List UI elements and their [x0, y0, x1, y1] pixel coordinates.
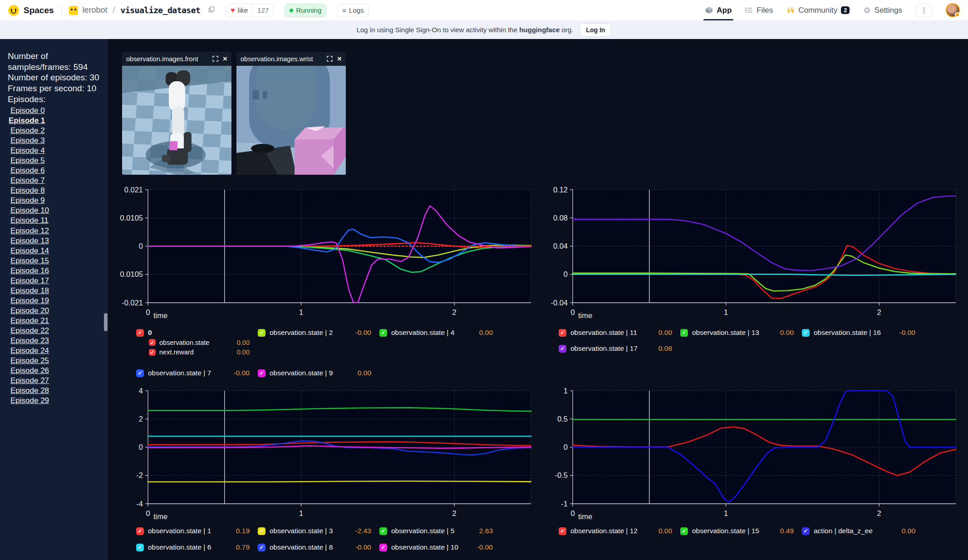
episode-link[interactable]: Episode 3 [10, 136, 45, 145]
episode-link[interactable]: Episode 18 [10, 286, 49, 295]
login-button[interactable]: Log In [580, 23, 611, 37]
more-options-button[interactable]: ⋮ [916, 4, 932, 17]
spaces-brand[interactable]: Spaces [24, 5, 54, 15]
legend-checkbox[interactable]: ✓ [680, 329, 688, 337]
legend-checkbox[interactable]: ✓ [136, 329, 144, 337]
episode-link[interactable]: Episode 29 [10, 396, 49, 405]
episode-link[interactable]: Episode 22 [10, 326, 49, 335]
episode-link[interactable]: Episode 17 [10, 276, 49, 285]
episode-link[interactable]: Episode 1 [9, 116, 45, 125]
like-label: like [238, 6, 248, 14]
episode-list-item: Episode 1 [8, 116, 102, 126]
user-avatar[interactable] [946, 3, 960, 17]
episode-link[interactable]: Episode 27 [10, 376, 49, 385]
close-icon[interactable]: × [337, 55, 342, 63]
legend-checkbox[interactable]: ✓ [258, 329, 265, 337]
chart-bottom-right: 10.50-0.5-1012time [533, 384, 961, 526]
header-divider [61, 5, 62, 16]
episode-link[interactable]: Episode 25 [10, 356, 49, 365]
close-icon[interactable]: × [223, 55, 227, 63]
stat-samples: Number of samples/frames: 594 [8, 51, 102, 72]
episode-link[interactable]: Episode 4 [10, 146, 45, 155]
episode-link[interactable]: Episode 11 [10, 216, 49, 225]
legend-checkbox[interactable]: ✓ [136, 369, 144, 377]
legend-checkbox[interactable]: ✓ [136, 527, 144, 535]
legend-checkbox[interactable]: ✓ [258, 544, 265, 551]
legend-checkbox[interactable]: ✓ [379, 544, 387, 551]
svg-text:0: 0 [564, 443, 568, 451]
page: Spaces lerobot / visualize_dataset ♥like… [0, 0, 968, 560]
episode-link[interactable]: Episode 23 [10, 336, 49, 345]
chart-canvas: 10.50-0.5-1012time [533, 384, 961, 524]
tab-settings[interactable]: ⚙ Settings [863, 0, 902, 20]
legend-item: ✓observation.state | 52.63 [379, 526, 493, 536]
legend-label: observation.state | 9 [270, 369, 333, 377]
episode-link[interactable]: Episode 20 [10, 306, 49, 315]
cube-icon [705, 6, 713, 14]
legend-checkbox[interactable]: ✓ [802, 329, 810, 337]
episode-link[interactable]: Episode 7 [10, 176, 45, 185]
tab-app[interactable]: App [705, 0, 732, 20]
legend-cell: ✓observation.state | 150.49 [680, 526, 802, 536]
fullscreen-icon[interactable] [327, 56, 333, 62]
legend-value: -0.00 [352, 329, 371, 337]
episode-link[interactable]: Episode 28 [10, 386, 49, 395]
legend-value: 0.19 [232, 527, 250, 535]
sidebar-scrollbar-thumb[interactable] [104, 313, 108, 331]
episode-list-item: Episode 9 [8, 196, 102, 206]
episode-link[interactable]: Episode 12 [10, 226, 49, 235]
episode-link[interactable]: Episode 26 [10, 366, 49, 375]
svg-text:1: 1 [299, 308, 303, 316]
episode-link[interactable]: Episode 5 [10, 156, 45, 165]
logs-button[interactable]: ≡Logs [337, 4, 369, 17]
episode-link[interactable]: Episode 21 [10, 316, 49, 325]
episode-link[interactable]: Episode 14 [10, 246, 49, 255]
fullscreen-icon[interactable] [212, 56, 218, 62]
episode-link[interactable]: Episode 8 [10, 186, 45, 195]
episode-link[interactable]: Episode 19 [10, 296, 49, 305]
svg-text:-0.04: -0.04 [550, 299, 568, 307]
episode-link[interactable]: Episode 10 [10, 206, 49, 215]
legend-item: ✓observation.state | 170.08 [559, 344, 672, 354]
like-button[interactable]: ♥like 127 [226, 4, 274, 17]
x-axis-label: time [153, 512, 167, 521]
huggingface-logo-icon[interactable] [8, 5, 19, 16]
stat-episodes: Number of episodes: 30 [8, 72, 102, 83]
legend-checkbox[interactable]: ✓ [258, 527, 265, 535]
lerobot-org-icon[interactable] [69, 6, 78, 15]
episode-link[interactable]: Episode 2 [10, 126, 45, 135]
legend-checkbox[interactable]: ✓ [149, 349, 156, 356]
legend-checkbox[interactable]: ✓ [136, 544, 144, 551]
episode-link[interactable]: Episode 13 [10, 236, 49, 245]
episode-link[interactable]: Episode 15 [10, 256, 49, 265]
org-name-link[interactable]: lerobot [83, 5, 108, 15]
legend-value: -0.00 [230, 369, 250, 377]
tab-files[interactable]: Files [745, 0, 773, 20]
episode-link[interactable]: Episode 24 [10, 346, 49, 355]
running-status-badge[interactable]: Running [285, 4, 326, 17]
legend-checkbox[interactable]: ✓ [258, 369, 265, 377]
sso-banner: Log in using Single Sign-On to view acti… [0, 20, 968, 39]
copy-icon[interactable] [208, 6, 215, 15]
tab-community[interactable]: Community 2 [786, 0, 850, 20]
legend-checkbox[interactable]: ✓ [559, 329, 566, 337]
space-name[interactable]: visualize_dataset [121, 5, 201, 15]
svg-text:-2: -2 [136, 471, 143, 479]
episode-link[interactable]: Episode 16 [10, 266, 49, 275]
stat-fps: Frames per second: 10 [8, 83, 102, 94]
legend-checkbox[interactable]: ✓ [559, 345, 566, 353]
legend-item: ✓observation.state | 16-0.00 [802, 328, 915, 338]
legend-checkbox[interactable]: ✓ [149, 339, 156, 346]
legend-checkbox[interactable]: ✓ [680, 527, 688, 535]
episode-link[interactable]: Episode 0 [10, 106, 45, 115]
episode-link[interactable]: Episode 6 [10, 166, 45, 175]
legend-item: ✓0 [136, 328, 250, 338]
legend-checkbox[interactable]: ✓ [802, 527, 810, 535]
legend-label: observation.state | 7 [148, 369, 211, 377]
legend-checkbox[interactable]: ✓ [379, 329, 387, 337]
episode-list-item: Episode 24 [8, 346, 102, 356]
legend-checkbox[interactable]: ✓ [559, 527, 566, 535]
chart-canvas: 0.0210.010500.0105-0.021012time [108, 183, 536, 323]
episode-link[interactable]: Episode 9 [10, 196, 45, 205]
legend-checkbox[interactable]: ✓ [379, 527, 387, 535]
